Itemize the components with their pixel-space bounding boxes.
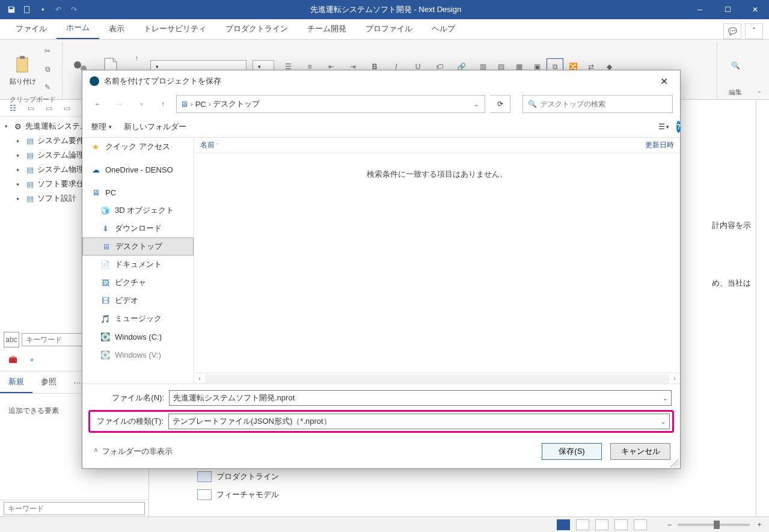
zoom-out-icon[interactable]: −: [667, 521, 672, 529]
undo-icon[interactable]: ↶: [52, 3, 65, 16]
new-icon[interactable]: [20, 3, 34, 16]
pc-icon: 🖥: [180, 100, 188, 109]
ribbon-tabs: ファイル ホーム 表示 トレーサビリティ プロダクトライン チーム開発 プロファ…: [0, 19, 769, 40]
nav-icon2[interactable]: ▭: [23, 100, 38, 116]
app-title: 先進運転システムソフト開発 - Next Design: [85, 4, 686, 15]
dialog-close-button[interactable]: ✕: [655, 73, 673, 90]
nav-back-button[interactable]: ←: [90, 96, 106, 112]
tree-3d[interactable]: 🧊3D オブジェクト: [82, 201, 194, 219]
list-item[interactable]: プロダクトライン: [197, 468, 279, 486]
refresh-button[interactable]: ⟳: [490, 95, 510, 113]
nav-bottom-search[interactable]: [4, 502, 145, 515]
crumb-desktop[interactable]: デスクトップ: [213, 99, 260, 109]
ribbon-group-clipboard: 貼り付け ✂ ⧉ ✎ クリップボード: [4, 42, 63, 99]
zoom-slider[interactable]: [678, 524, 750, 526]
tab-home[interactable]: ホーム: [57, 17, 99, 39]
view-mode-2[interactable]: [576, 519, 589, 530]
view-mode-5[interactable]: [634, 519, 647, 530]
organize-button[interactable]: 整理▾: [91, 121, 112, 132]
col-date[interactable]: 更新日時: [639, 140, 680, 150]
tab-file[interactable]: ファイル: [6, 19, 57, 39]
view-mode-4[interactable]: [614, 519, 628, 530]
right-sidebar[interactable]: [756, 100, 769, 516]
dialog-search[interactable]: 🔍 デスクトップの検索: [522, 95, 673, 113]
find-icon[interactable]: 🔍: [723, 54, 747, 78]
tree-pc[interactable]: 🖥PC: [82, 183, 194, 201]
zoom-in-icon[interactable]: ＋: [756, 519, 763, 530]
filetype-label: ファイルの種類(T):: [93, 416, 168, 427]
nav-filter2-icon[interactable]: ●: [24, 352, 40, 367]
help-button[interactable]: ?: [676, 121, 681, 133]
tab-view[interactable]: 表示: [99, 19, 134, 39]
format-painter-icon[interactable]: ✎: [40, 79, 55, 95]
save-icon[interactable]: [5, 3, 18, 16]
tree-pictures[interactable]: 🖼ピクチャ: [82, 274, 194, 292]
list-empty-message: 検索条件に一致する項目はありません。: [194, 153, 680, 373]
tree-drive-c[interactable]: 💽Windows (C:): [82, 328, 194, 346]
svg-rect-1: [17, 58, 28, 72]
list-item[interactable]: フィーチャモデル: [197, 486, 279, 504]
nav-icon4[interactable]: ▭: [59, 100, 75, 116]
nav-up-button[interactable]: ↑: [155, 96, 171, 112]
filename-input[interactable]: 先進運転システムソフト開発.nprot⌄: [169, 390, 672, 406]
tab-help[interactable]: ヘルプ: [422, 19, 465, 39]
paste-icon[interactable]: [11, 53, 35, 77]
ribbon-collapse-caret[interactable]: ˇ: [753, 91, 765, 99]
h-scrollbar[interactable]: ‹›: [194, 373, 680, 384]
copy-icon[interactable]: ⧉: [40, 61, 55, 77]
view-mode-3[interactable]: [595, 519, 608, 530]
maximize-button[interactable]: ☐: [714, 0, 741, 19]
minimize-button[interactable]: ─: [686, 0, 714, 19]
status-bar: − ＋: [0, 516, 769, 532]
tree-desktop[interactable]: 🖥デスクトップ: [82, 237, 194, 255]
cancel-button[interactable]: キャンセル: [610, 443, 670, 460]
tree-quick-access[interactable]: ★クイック アクセス: [82, 138, 194, 156]
tree-onedrive[interactable]: ☁OneDrive - DENSO: [82, 161, 194, 179]
tab-productline[interactable]: プロダクトライン: [216, 19, 298, 39]
qat-dropdown-icon[interactable]: ▾: [36, 3, 49, 16]
nav-filter-icon[interactable]: 🧰: [5, 352, 20, 367]
crumb-dropdown-icon[interactable]: ⌄: [474, 101, 481, 108]
nav-icon3[interactable]: ▭: [41, 100, 57, 116]
new-folder-button[interactable]: 新しいフォルダー: [124, 121, 186, 132]
dialog-nav: ← → ▾ ↑ 🖥› PC› デスクトップ ⌄ ⟳ 🔍 デスクトップの検索: [82, 92, 680, 116]
filetype-select[interactable]: テンプレートファイル(JSON形式)（*.nprot）⌄: [168, 414, 670, 429]
tree-music[interactable]: 🎵ミュージック: [82, 310, 194, 328]
hide-folders-toggle[interactable]: ＾フォルダーの非表示: [92, 446, 173, 457]
collapse-ribbon-button[interactable]: ˆ: [745, 23, 763, 39]
nav-tab-ref[interactable]: 参照: [32, 371, 65, 393]
redo-icon[interactable]: ↷: [67, 3, 81, 16]
cut-icon[interactable]: ✂: [40, 43, 55, 59]
dialog-body: ★クイック アクセス ☁OneDrive - DENSO 🖥PC 🧊3D オブジ…: [82, 138, 680, 384]
crumb-pc[interactable]: PC: [195, 100, 206, 109]
tree-videos[interactable]: 🎞ビデオ: [82, 292, 194, 310]
tree-drive-v[interactable]: 💽Windows (V:): [82, 346, 194, 364]
svg-rect-0: [25, 7, 29, 13]
folder-tree[interactable]: ★クイック アクセス ☁OneDrive - DENSO 🖥PC 🧊3D オブジ…: [82, 138, 194, 384]
tab-profile[interactable]: プロファイル: [356, 19, 422, 39]
tree-downloads[interactable]: ⬇ダウンロード: [82, 219, 194, 237]
nav-tab-new[interactable]: 新規: [0, 371, 32, 393]
nav-forward-button[interactable]: →: [111, 96, 128, 112]
view-options-button[interactable]: ☰▾: [658, 123, 669, 131]
close-button[interactable]: ✕: [741, 0, 769, 19]
tab-traceability[interactable]: トレーサビリティ: [134, 19, 216, 39]
save-button[interactable]: 保存(S): [542, 443, 602, 460]
up-icon[interactable]: ↑: [129, 50, 144, 66]
window-buttons: ─ ☐ ✕: [686, 0, 769, 19]
search-type-icon[interactable]: abc: [4, 332, 19, 347]
col-name[interactable]: 名前 ˆ: [194, 140, 375, 150]
feedback-button[interactable]: 💬: [723, 23, 741, 39]
tab-team[interactable]: チーム開発: [298, 19, 356, 39]
tree-documents[interactable]: 📄ドキュメント: [82, 255, 194, 274]
paste-label: 貼り付け: [10, 77, 36, 86]
clip-text-1: 計内容を示: [712, 220, 751, 231]
search-icon: 🔍: [528, 100, 537, 108]
view-mode-1[interactable]: [557, 519, 570, 530]
resize-grip[interactable]: [670, 459, 679, 467]
file-list[interactable]: 名前 ˆ 更新日時 検索条件に一致する項目はありません。 ‹›: [194, 138, 680, 384]
dialog-logo-icon: [90, 76, 99, 86]
breadcrumb[interactable]: 🖥› PC› デスクトップ ⌄: [176, 95, 485, 113]
nav-history-button[interactable]: ▾: [133, 96, 150, 112]
nav-tree-icon[interactable]: ☷: [5, 100, 20, 116]
